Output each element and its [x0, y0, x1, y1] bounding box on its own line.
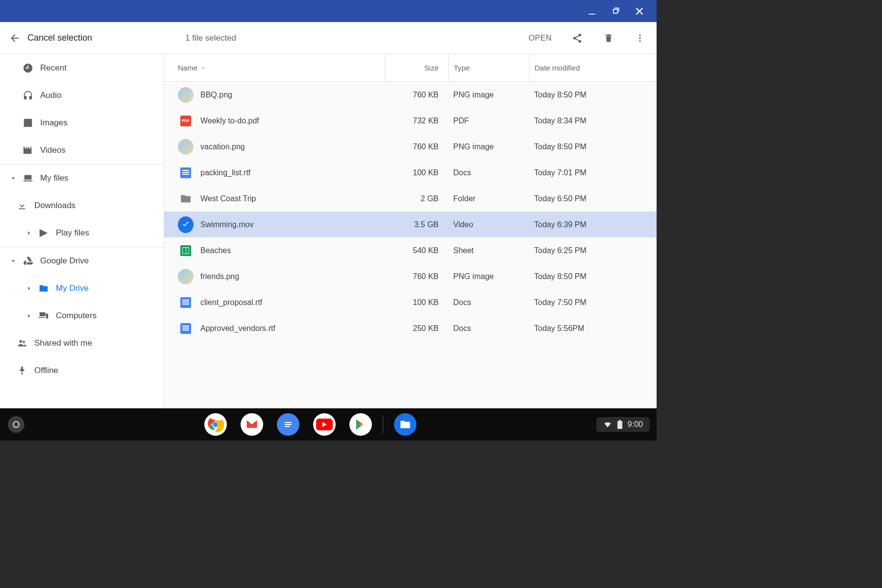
image-icon	[23, 118, 33, 128]
sheet-icon	[178, 243, 194, 259]
column-size[interactable]: Size	[385, 54, 448, 81]
window-titlebar	[0, 0, 657, 22]
sidebar-item-computers[interactable]: Computers	[0, 302, 164, 329]
file-row[interactable]: BBQ.png760 KBPNG imageToday 8:50 PM	[164, 82, 657, 108]
file-row[interactable]: vacation.png760 KBPNG imageToday 8:50 PM	[164, 134, 657, 160]
sidebar-item-audio[interactable]: Audio	[0, 82, 164, 109]
open-button[interactable]: OPEN	[529, 34, 552, 43]
file-type: Docs	[448, 168, 529, 177]
laptop-icon	[23, 173, 33, 184]
play-icon	[38, 228, 49, 238]
svg-point-8	[23, 341, 25, 343]
selection-count-label: 1 file selected	[185, 33, 529, 43]
shelf-apps	[24, 413, 596, 436]
play-store-icon[interactable]	[349, 413, 372, 436]
column-date[interactable]: Date modified	[529, 54, 657, 81]
file-size: 250 KB	[385, 324, 448, 333]
sidebar-item-my-drive[interactable]: My Drive	[0, 275, 164, 302]
sidebar-item-google-drive[interactable]: Google Drive	[0, 247, 164, 275]
docs-icon	[178, 165, 194, 181]
minimize-icon[interactable]	[587, 6, 597, 16]
file-row[interactable]: Beaches540 KBSheetToday 6:25 PM	[164, 237, 657, 263]
chrome-icon[interactable]	[204, 413, 227, 436]
chevron-down-icon	[8, 173, 19, 184]
image-thumbnail-icon	[178, 139, 194, 155]
svg-point-1	[579, 33, 582, 36]
sidebar-item-images[interactable]: Images	[0, 109, 164, 137]
svg-point-7	[20, 340, 23, 343]
download-icon	[17, 200, 27, 211]
file-type: Docs	[448, 324, 529, 333]
more-icon[interactable]	[634, 32, 646, 44]
delete-icon[interactable]	[603, 32, 614, 44]
wifi-icon	[603, 420, 612, 429]
file-row[interactable]: PDFWeekly to-do.pdf732 KBPDFToday 8:34 P…	[164, 108, 657, 134]
chevron-right-icon	[24, 283, 34, 294]
column-headers: Name Size Type Date modified	[164, 54, 657, 82]
file-name: Weekly to-do.pdf	[200, 117, 385, 125]
svg-point-2	[573, 37, 576, 40]
files-icon[interactable]	[394, 413, 416, 436]
file-date: Today 6:39 PM	[529, 220, 657, 229]
drive-icon	[23, 256, 33, 266]
cancel-selection-label[interactable]: Cancel selection	[27, 33, 92, 43]
column-name[interactable]: Name	[178, 64, 385, 72]
file-size: 732 KB	[385, 117, 448, 125]
file-type: PNG image	[448, 272, 529, 281]
file-size: 100 KB	[385, 298, 448, 307]
launcher-button[interactable]	[8, 416, 24, 433]
file-type: PDF	[448, 117, 529, 125]
restore-icon[interactable]	[611, 6, 620, 16]
devices-icon	[38, 310, 49, 321]
chevron-down-icon	[8, 256, 19, 266]
chevron-right-icon	[24, 228, 34, 238]
selected-check-icon	[178, 217, 194, 233]
clock-label: 9:00	[628, 420, 643, 429]
file-row[interactable]: Approved_vendors.rtf250 KBDocsToday 5:56…	[164, 315, 657, 341]
pin-icon	[17, 365, 27, 376]
docs-icon[interactable]	[277, 413, 299, 436]
close-icon[interactable]	[634, 6, 645, 17]
file-name: packing_list.rtf	[200, 168, 385, 177]
shelf-divider	[383, 416, 383, 433]
file-row[interactable]: packing_list.rtf100 KBDocsToday 7:01 PM	[164, 160, 657, 186]
svg-rect-13	[285, 424, 292, 425]
svg-point-5	[639, 37, 640, 39]
file-row[interactable]: friends.png760 KBPNG imageToday 8:50 PM	[164, 263, 657, 289]
file-date: Today 8:50 PM	[529, 91, 657, 99]
sidebar-item-my-files[interactable]: My files	[0, 165, 164, 192]
sidebar-item-downloads[interactable]: Downloads	[0, 192, 164, 219]
file-row[interactable]: West Coast Trip2 GBFolderToday 6:50 PM	[164, 186, 657, 212]
file-size: 760 KB	[385, 91, 448, 99]
file-name: Beaches	[200, 246, 385, 255]
battery-icon	[617, 420, 623, 429]
file-list: Name Size Type Date modified BBQ.png760 …	[164, 54, 657, 441]
docs-icon	[178, 295, 194, 310]
svg-rect-14	[285, 426, 290, 427]
gmail-icon[interactable]	[241, 413, 263, 436]
people-icon	[17, 338, 27, 349]
sidebar-item-offline[interactable]: Offline	[0, 357, 164, 384]
file-date: Today 5:56PM	[529, 324, 657, 333]
sidebar-item-recent[interactable]: Recent	[0, 54, 164, 82]
sidebar-item-play-files[interactable]: Play files	[0, 219, 164, 247]
status-tray[interactable]: 9:00	[596, 417, 650, 432]
file-row[interactable]: client_proposal.rtf100 KBDocsToday 7:50 …	[164, 289, 657, 315]
docs-icon	[178, 321, 194, 336]
toolbar: Cancel selection 1 file selected OPEN	[0, 22, 657, 54]
sidebar-item-shared[interactable]: Shared with me	[0, 329, 164, 357]
file-row[interactable]: Swimming.mov3.5 GBVideoToday 6:39 PM	[164, 212, 657, 237]
column-type[interactable]: Type	[448, 54, 529, 81]
back-arrow-icon[interactable]	[9, 32, 21, 44]
share-icon[interactable]	[571, 32, 583, 44]
folder-icon	[178, 191, 194, 207]
file-date: Today 7:01 PM	[529, 168, 657, 177]
chevron-right-icon	[24, 310, 34, 321]
sort-asc-icon	[199, 65, 206, 71]
sidebar-item-videos[interactable]: Videos	[0, 137, 164, 164]
svg-rect-12	[285, 422, 292, 423]
youtube-icon[interactable]	[313, 413, 336, 436]
file-size: 3.5 GB	[385, 220, 448, 229]
file-name: Swimming.mov	[200, 220, 385, 229]
file-type: Video	[448, 220, 529, 229]
